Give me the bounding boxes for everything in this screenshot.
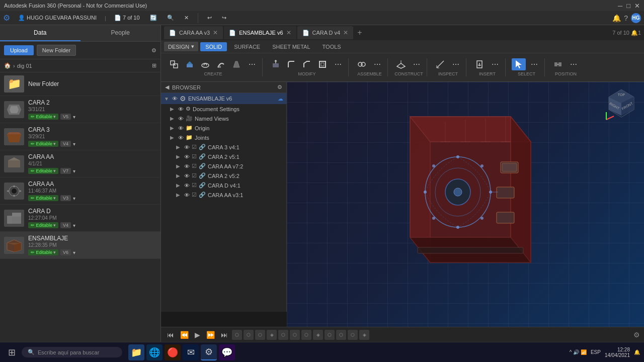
list-item[interactable]: CARA AA 4/1/21 ✏ Editable ▾ V7 ▾ [0,150,160,177]
settings-icon[interactable]: ⚙ [151,47,156,54]
eye-icon[interactable]: 👁 [184,183,190,189]
anim-frame[interactable]: ⬡ [336,330,346,340]
press-pull-button[interactable] [269,58,283,70]
tab-cara-aa[interactable]: 📄 CARA AA v3 ✕ [164,26,223,39]
anim-frame[interactable]: ⬡ [255,330,265,340]
eye-icon[interactable]: 👁 [178,135,184,141]
eye-icon[interactable]: 👁 [178,116,184,122]
search-button[interactable]: 🔍 [163,14,178,22]
eye-icon[interactable]: 👁 [184,144,190,150]
taskbar-app-teams[interactable]: 💬 [219,344,235,360]
avatar[interactable]: HG [631,13,641,23]
anim-play-button[interactable]: ▶ [193,330,202,340]
revolve-button[interactable] [198,58,212,70]
new-folder-button[interactable]: New Folder [37,45,76,56]
inspect-more-button[interactable]: ⋯ [449,58,463,70]
version-dropdown[interactable]: ▾ [73,223,75,228]
anim-frame[interactable]: ⬡ [290,330,300,340]
browser-item-origin[interactable]: ▶ 👁 📁 Origin [161,123,286,133]
browser-item-named-views[interactable]: ▶ 👁 🎥 Named Views [161,114,286,123]
loft-button[interactable] [229,58,244,70]
start-button[interactable]: ⊞ [4,345,20,360]
redo-button[interactable]: ↪ [218,14,230,22]
eye-icon[interactable]: 👁 [178,125,184,131]
viewcube[interactable]: TOP FRONT RIGHT [604,87,639,122]
browser-item-cara-aa-v3[interactable]: ▶ 👁 ☑ 🔗 CARA AA v3:1 [161,190,286,200]
version-dropdown[interactable]: ▾ [73,168,75,174]
anim-frame[interactable]: ⬡ [244,330,254,340]
fillet-button[interactable] [284,58,298,70]
list-item[interactable]: CARA D 12:27:04 PM ✏ Editable ▾ V4 ▾ [0,205,160,232]
list-item[interactable]: 📁 New Folder [0,72,160,96]
help-icon[interactable]: ? [624,14,628,22]
eye-icon[interactable]: 👁 [184,192,190,198]
toolbar-tab-tools[interactable]: TOOLS [317,42,346,51]
list-item[interactable]: CARA AA 11:46:37 AM ✏ Editable ▾ V3 ▾ [0,177,160,205]
tab-people[interactable]: People [80,25,161,41]
notification-icon[interactable]: 🔔 [634,349,640,355]
create-more-button[interactable]: ⋯ [245,58,259,70]
select-button[interactable] [512,58,526,70]
sweep-button[interactable] [214,58,228,70]
tab-data[interactable]: Data [0,25,80,41]
version-dropdown[interactable]: ▾ [73,141,75,147]
browser-item-cara2v5-2[interactable]: ▶ 👁 ☑ 🔗 CARA 2 v5:2 [161,171,286,180]
plane-button[interactable] [394,58,408,70]
anim-frame[interactable]: ⬡ [232,330,242,340]
joint-button[interactable] [355,58,369,70]
refresh-button[interactable]: 🔄 [146,14,161,22]
version-dropdown[interactable]: ▾ [73,114,75,120]
taskbar-app-edge[interactable]: 🌐 [146,344,163,360]
anim-frame[interactable]: ⬡ [325,330,335,340]
anim-start-button[interactable]: ⏮ [165,330,176,340]
browser-item-cara-d[interactable]: ▶ 👁 ☑ 🔗 CARA D v4:1 [161,180,286,190]
browser-collapse-icon[interactable]: ◀ [165,84,169,90]
chamfer-button[interactable] [300,58,314,70]
construct-more-button[interactable]: ⋯ [410,58,424,70]
toolbar-tab-solid[interactable]: SOLID [200,42,227,51]
anim-frame[interactable]: ◈ [267,330,277,340]
anim-frame[interactable]: ◈ [359,330,369,340]
browser-settings-icon[interactable]: ⚙ [277,84,282,90]
sort-icon[interactable]: ⊞ [152,62,156,69]
browser-item-joints[interactable]: ▶ 👁 📁 Joints [161,133,286,142]
page-counter[interactable]: 📄 7 of 10 [110,14,144,22]
eye-icon[interactable]: 👁 [184,163,190,169]
viewport[interactable]: ◀ BROWSER ⚙ ▼ 👁 ⚙ ENSAMBLAJE v6 ☁ ▶ 👁 ⚙ [161,82,644,327]
anim-end-button[interactable]: ⏭ [219,330,230,340]
toolbar-tab-surface[interactable]: SURFACE [229,42,265,51]
anim-frame[interactable]: ⬡ [301,330,311,340]
position-more-button[interactable]: ⋯ [567,58,581,70]
anim-frame[interactable]: ◈ [313,330,323,340]
add-tab-button[interactable]: + [354,28,365,37]
close-button[interactable]: ✕ [634,2,640,10]
tab-cara-d[interactable]: 📄 CARA D v4 ✕ [297,26,354,39]
home-icon[interactable]: 🏠 [4,62,11,69]
eye-icon[interactable]: 👁 [184,173,190,179]
browser-item-doc-settings[interactable]: ▶ 👁 ⚙ Document Settings [161,104,286,114]
browser-item-cara2v5[interactable]: ▶ 👁 ☑ 🔗 CARA 2 v5:1 [161,152,286,161]
position-button[interactable] [551,58,565,70]
version-dropdown[interactable]: ▾ [73,196,75,201]
model-area[interactable]: TOP FRONT RIGHT [287,82,644,327]
notification-icon[interactable]: 🔔 [612,14,621,22]
extrude-button[interactable] [183,58,197,70]
list-item[interactable]: CARA 2 3/31/21 ✏ Editable ▾ V5 ▾ [0,96,160,123]
minimize-button[interactable]: ─ [618,2,622,10]
taskbar-app-mail[interactable]: ✉ [183,344,199,360]
tab-ensamblaje[interactable]: 📄 ENSAMBLAJE v6 ✕ [224,26,296,39]
anim-prev-button[interactable]: ⏪ [178,330,191,340]
toolbar-tab-sheet-metal[interactable]: SHEET METAL [267,42,315,51]
eye-icon[interactable]: 👁 [172,96,178,102]
assemble-more-button[interactable]: ⋯ [370,58,384,70]
insert-more-button[interactable]: ⋯ [488,58,502,70]
measure-button[interactable] [433,58,447,70]
list-item[interactable]: ENSAMBLAJE 12:28:35 PM ✏ Editable ▾ V6 ▾ [0,232,160,259]
tab-close-icon[interactable]: ✕ [343,29,348,36]
anim-next-button[interactable]: ⏩ [204,330,217,340]
browser-item-cara3[interactable]: ▶ 👁 ☑ 🔗 CARA 3 v4:1 [161,142,286,152]
upload-button[interactable]: Upload [4,45,34,55]
taskbar-app-explorer[interactable]: 📁 [128,344,144,360]
eye-icon[interactable]: 👁 [178,106,184,112]
cloud-icon[interactable]: ☁ [278,96,283,102]
